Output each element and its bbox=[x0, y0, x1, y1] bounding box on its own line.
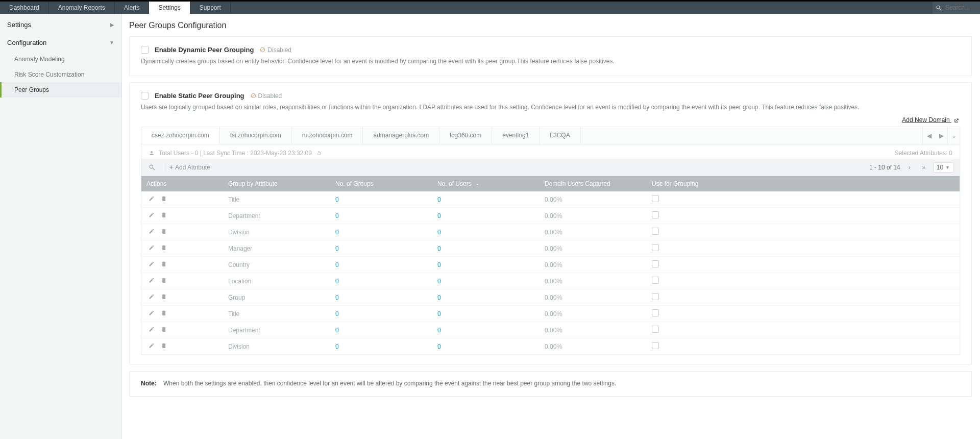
use-for-grouping-checkbox[interactable] bbox=[652, 195, 659, 202]
cell-no-groups[interactable]: 0 bbox=[330, 191, 432, 208]
top-tab-dashboard[interactable]: Dashboard bbox=[0, 2, 49, 14]
edit-icon[interactable] bbox=[149, 196, 155, 203]
edit-icon[interactable] bbox=[149, 310, 155, 318]
cell-use-for-grouping bbox=[647, 273, 960, 289]
top-tab-alerts[interactable]: Alerts bbox=[115, 2, 150, 14]
edit-icon[interactable] bbox=[149, 228, 155, 236]
add-new-domain-link[interactable]: Add New Domain bbox=[902, 116, 959, 124]
domain-tab[interactable]: ru.zohocorpin.com bbox=[292, 127, 363, 144]
use-for-grouping-checkbox[interactable] bbox=[652, 309, 659, 316]
delete-icon[interactable] bbox=[161, 228, 167, 236]
top-tab-settings[interactable]: Settings bbox=[149, 2, 190, 14]
use-for-grouping-checkbox[interactable] bbox=[652, 228, 659, 235]
edit-icon[interactable] bbox=[149, 294, 155, 301]
cell-no-users[interactable]: 0 bbox=[432, 240, 540, 257]
cell-no-groups[interactable]: 0 bbox=[330, 208, 432, 224]
cell-no-users[interactable]: 0 bbox=[432, 306, 540, 322]
refresh-icon[interactable] bbox=[316, 150, 322, 156]
sidebar-section-configuration[interactable]: Configuration ▼ bbox=[0, 34, 121, 52]
use-for-grouping-checkbox[interactable] bbox=[652, 277, 659, 284]
cell-use-for-grouping bbox=[647, 338, 960, 355]
delete-icon[interactable] bbox=[161, 343, 167, 350]
th-captured[interactable]: Domain Users Captured bbox=[540, 176, 647, 191]
domain-tab-dropdown[interactable]: ⌄ bbox=[947, 128, 960, 144]
cell-actions bbox=[141, 322, 223, 338]
top-tab-anomaly-reports[interactable]: Anomaly Reports bbox=[49, 2, 115, 14]
page-size-dropdown[interactable]: 10 ▼ bbox=[933, 162, 953, 173]
plus-icon: + bbox=[169, 164, 173, 171]
cell-no-users[interactable]: 0 bbox=[432, 191, 540, 208]
delete-icon[interactable] bbox=[161, 212, 167, 220]
use-for-grouping-checkbox[interactable] bbox=[652, 293, 659, 300]
domain-tab-next[interactable]: ▶ bbox=[935, 128, 947, 144]
edit-icon[interactable] bbox=[149, 343, 155, 350]
caret-down-icon: ▼ bbox=[945, 165, 950, 170]
cell-actions bbox=[141, 191, 223, 208]
edit-icon[interactable] bbox=[149, 245, 155, 252]
cell-no-users[interactable]: 0 bbox=[432, 257, 540, 273]
delete-icon[interactable] bbox=[161, 245, 167, 252]
pager-last[interactable]: » bbox=[919, 162, 929, 173]
sidebar-item-risk-score-customization[interactable]: Risk Score Customization bbox=[0, 67, 121, 82]
delete-icon[interactable] bbox=[161, 277, 167, 285]
cell-no-groups[interactable]: 0 bbox=[330, 306, 432, 322]
delete-icon[interactable] bbox=[161, 294, 167, 301]
top-tab-support[interactable]: Support bbox=[190, 2, 231, 14]
cell-captured: 0.00% bbox=[540, 257, 647, 273]
page-size-value: 10 bbox=[937, 164, 943, 171]
domain-tab[interactable]: eventlog1 bbox=[492, 127, 540, 144]
cell-no-users[interactable]: 0 bbox=[432, 273, 540, 289]
selected-attributes: Selected Attributes: 0 bbox=[895, 150, 952, 157]
domain-tab[interactable]: log360.com bbox=[439, 127, 492, 144]
cell-no-users[interactable]: 0 bbox=[432, 208, 540, 224]
domain-tab[interactable]: csez.zohocorpin.com bbox=[141, 127, 220, 144]
cell-no-groups[interactable]: 0 bbox=[330, 338, 432, 355]
th-use-for[interactable]: Use for Grouping bbox=[647, 176, 960, 191]
search-input[interactable] bbox=[945, 4, 976, 11]
delete-icon[interactable] bbox=[161, 310, 167, 318]
cell-use-for-grouping bbox=[647, 191, 960, 208]
cell-captured: 0.00% bbox=[540, 273, 647, 289]
cell-no-groups[interactable]: 0 bbox=[330, 289, 432, 306]
cell-use-for-grouping bbox=[647, 257, 960, 273]
delete-icon[interactable] bbox=[161, 326, 167, 334]
cell-no-groups[interactable]: 0 bbox=[330, 240, 432, 257]
edit-icon[interactable] bbox=[149, 212, 155, 220]
edit-icon[interactable] bbox=[149, 277, 155, 285]
use-for-grouping-checkbox[interactable] bbox=[652, 260, 659, 267]
cell-no-groups[interactable]: 0 bbox=[330, 322, 432, 338]
global-search[interactable] bbox=[933, 2, 980, 14]
domain-tab-prev[interactable]: ◀ bbox=[923, 128, 935, 144]
use-for-grouping-checkbox[interactable] bbox=[652, 211, 659, 218]
sidebar-section-settings[interactable]: Settings ▶ bbox=[0, 16, 121, 34]
use-for-grouping-checkbox[interactable] bbox=[652, 244, 659, 251]
delete-icon[interactable] bbox=[161, 261, 167, 269]
use-for-grouping-checkbox[interactable] bbox=[652, 326, 659, 333]
add-attribute-button[interactable]: + Add Attribute bbox=[169, 164, 210, 171]
th-no-groups[interactable]: No. of Groups bbox=[330, 176, 432, 191]
sidebar-item-anomaly-modeling[interactable]: Anomaly Modeling bbox=[0, 52, 121, 67]
cell-no-users[interactable]: 0 bbox=[432, 338, 540, 355]
cell-no-groups[interactable]: 0 bbox=[330, 273, 432, 289]
th-no-users[interactable]: No. of Users bbox=[432, 176, 540, 191]
cell-no-groups[interactable]: 0 bbox=[330, 257, 432, 273]
cell-use-for-grouping bbox=[647, 306, 960, 322]
cell-no-users[interactable]: 0 bbox=[432, 289, 540, 306]
cell-no-users[interactable]: 0 bbox=[432, 322, 540, 338]
cell-no-groups[interactable]: 0 bbox=[330, 224, 432, 240]
use-for-grouping-checkbox[interactable] bbox=[652, 342, 659, 349]
domain-tab[interactable]: tsi.zohocorpin.com bbox=[220, 127, 292, 144]
pager-next[interactable]: › bbox=[904, 162, 915, 173]
table-row: Department000.00% bbox=[141, 322, 960, 338]
edit-icon[interactable] bbox=[149, 261, 155, 269]
search-attributes-icon[interactable] bbox=[145, 161, 159, 174]
sidebar-item-peer-groups[interactable]: Peer Groups bbox=[0, 82, 121, 97]
domain-tab[interactable]: admanagerplus.com bbox=[363, 127, 439, 144]
enable-dynamic-checkbox[interactable] bbox=[141, 46, 149, 54]
domain-tab[interactable]: L3CQA bbox=[540, 127, 580, 144]
edit-icon[interactable] bbox=[149, 326, 155, 334]
th-group-by[interactable]: Group by Attribute bbox=[223, 176, 330, 191]
enable-static-checkbox[interactable] bbox=[141, 92, 149, 100]
delete-icon[interactable] bbox=[161, 196, 167, 203]
cell-no-users[interactable]: 0 bbox=[432, 224, 540, 240]
